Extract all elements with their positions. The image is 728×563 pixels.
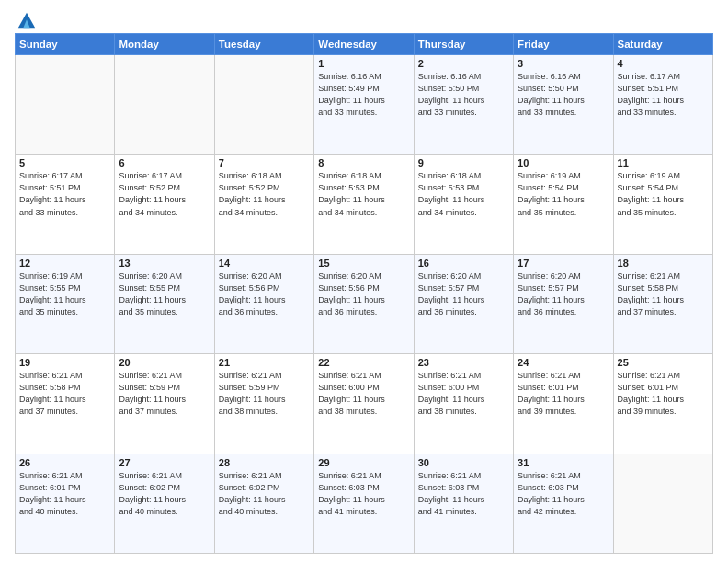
calendar-week-5: 26Sunrise: 6:21 AM Sunset: 6:01 PM Dayli… <box>16 454 713 553</box>
day-info: Sunrise: 6:21 AM Sunset: 6:01 PM Dayligh… <box>618 370 709 418</box>
day-number: 2 <box>418 58 509 69</box>
calendar-week-2: 5Sunrise: 6:17 AM Sunset: 5:51 PM Daylig… <box>16 155 713 254</box>
day-info: Sunrise: 6:18 AM Sunset: 5:53 PM Dayligh… <box>318 170 409 218</box>
calendar-cell: 3Sunrise: 6:16 AM Sunset: 5:50 PM Daylig… <box>514 55 613 155</box>
day-info: Sunrise: 6:17 AM Sunset: 5:51 PM Dayligh… <box>618 71 709 119</box>
day-info: Sunrise: 6:16 AM Sunset: 5:50 PM Dayligh… <box>418 71 509 119</box>
calendar-cell: 28Sunrise: 6:21 AM Sunset: 6:02 PM Dayli… <box>214 454 313 553</box>
calendar-table: SundayMondayTuesdayWednesdayThursdayFrid… <box>15 33 713 554</box>
calendar-header-wednesday: Wednesday <box>314 34 414 55</box>
day-number: 19 <box>19 357 110 368</box>
calendar-cell: 9Sunrise: 6:18 AM Sunset: 5:53 PM Daylig… <box>414 155 513 254</box>
calendar-cell: 26Sunrise: 6:21 AM Sunset: 6:01 PM Dayli… <box>16 454 115 553</box>
day-info: Sunrise: 6:19 AM Sunset: 5:54 PM Dayligh… <box>518 170 609 218</box>
calendar-header-row: SundayMondayTuesdayWednesdayThursdayFrid… <box>16 34 713 55</box>
day-number: 17 <box>518 258 609 269</box>
day-number: 30 <box>418 457 509 468</box>
day-number: 5 <box>19 157 110 168</box>
calendar-week-1: 1Sunrise: 6:16 AM Sunset: 5:49 PM Daylig… <box>16 55 713 155</box>
calendar-cell <box>115 55 214 155</box>
day-number: 18 <box>618 258 709 269</box>
calendar-cell: 19Sunrise: 6:21 AM Sunset: 5:58 PM Dayli… <box>16 354 115 454</box>
day-number: 27 <box>119 457 210 468</box>
header <box>15 11 713 28</box>
day-info: Sunrise: 6:21 AM Sunset: 6:02 PM Dayligh… <box>119 470 210 518</box>
calendar-cell: 24Sunrise: 6:21 AM Sunset: 6:01 PM Dayli… <box>514 354 613 454</box>
day-number: 10 <box>518 157 609 168</box>
calendar-header-thursday: Thursday <box>414 34 513 55</box>
day-info: Sunrise: 6:21 AM Sunset: 6:03 PM Dayligh… <box>418 470 509 518</box>
day-number: 12 <box>19 258 110 269</box>
calendar-cell: 29Sunrise: 6:21 AM Sunset: 6:03 PM Dayli… <box>314 454 414 553</box>
day-number: 7 <box>219 157 310 168</box>
calendar-cell <box>214 55 313 155</box>
calendar-cell: 2Sunrise: 6:16 AM Sunset: 5:50 PM Daylig… <box>414 55 513 155</box>
calendar-cell: 11Sunrise: 6:19 AM Sunset: 5:54 PM Dayli… <box>613 155 712 254</box>
day-info: Sunrise: 6:17 AM Sunset: 5:51 PM Dayligh… <box>19 170 110 218</box>
calendar-cell: 1Sunrise: 6:16 AM Sunset: 5:49 PM Daylig… <box>314 55 414 155</box>
day-info: Sunrise: 6:18 AM Sunset: 5:52 PM Dayligh… <box>219 170 310 218</box>
day-info: Sunrise: 6:21 AM Sunset: 6:02 PM Dayligh… <box>219 470 310 518</box>
calendar-cell: 14Sunrise: 6:20 AM Sunset: 5:56 PM Dayli… <box>214 254 313 353</box>
calendar-cell: 12Sunrise: 6:19 AM Sunset: 5:55 PM Dayli… <box>16 254 115 353</box>
calendar-cell: 17Sunrise: 6:20 AM Sunset: 5:57 PM Dayli… <box>514 254 613 353</box>
calendar-cell: 21Sunrise: 6:21 AM Sunset: 5:59 PM Dayli… <box>214 354 313 454</box>
day-info: Sunrise: 6:20 AM Sunset: 5:57 PM Dayligh… <box>418 270 509 318</box>
day-number: 24 <box>518 357 609 368</box>
day-number: 22 <box>318 357 409 368</box>
calendar-header-tuesday: Tuesday <box>214 34 313 55</box>
day-info: Sunrise: 6:21 AM Sunset: 6:00 PM Dayligh… <box>418 370 509 418</box>
calendar-week-3: 12Sunrise: 6:19 AM Sunset: 5:55 PM Dayli… <box>16 254 713 353</box>
calendar-cell: 8Sunrise: 6:18 AM Sunset: 5:53 PM Daylig… <box>314 155 414 254</box>
calendar-cell: 30Sunrise: 6:21 AM Sunset: 6:03 PM Dayli… <box>414 454 513 553</box>
day-info: Sunrise: 6:20 AM Sunset: 5:56 PM Dayligh… <box>318 270 409 318</box>
day-info: Sunrise: 6:21 AM Sunset: 6:01 PM Dayligh… <box>518 370 609 418</box>
day-info: Sunrise: 6:21 AM Sunset: 5:59 PM Dayligh… <box>119 370 210 418</box>
day-number: 9 <box>418 157 509 168</box>
calendar-cell: 20Sunrise: 6:21 AM Sunset: 5:59 PM Dayli… <box>115 354 214 454</box>
day-number: 21 <box>219 357 310 368</box>
day-number: 31 <box>518 457 609 468</box>
calendar-cell: 27Sunrise: 6:21 AM Sunset: 6:02 PM Dayli… <box>115 454 214 553</box>
day-info: Sunrise: 6:21 AM Sunset: 5:58 PM Dayligh… <box>19 370 110 418</box>
day-info: Sunrise: 6:21 AM Sunset: 5:58 PM Dayligh… <box>618 270 709 318</box>
calendar-cell: 23Sunrise: 6:21 AM Sunset: 6:00 PM Dayli… <box>414 354 513 454</box>
calendar-cell: 31Sunrise: 6:21 AM Sunset: 6:03 PM Dayli… <box>514 454 613 553</box>
day-info: Sunrise: 6:21 AM Sunset: 6:03 PM Dayligh… <box>518 470 609 518</box>
calendar-header-sunday: Sunday <box>16 34 115 55</box>
calendar-header-monday: Monday <box>115 34 214 55</box>
calendar-week-4: 19Sunrise: 6:21 AM Sunset: 5:58 PM Dayli… <box>16 354 713 454</box>
calendar-cell: 18Sunrise: 6:21 AM Sunset: 5:58 PM Dayli… <box>613 254 712 353</box>
day-number: 26 <box>19 457 110 468</box>
day-info: Sunrise: 6:21 AM Sunset: 6:00 PM Dayligh… <box>318 370 409 418</box>
calendar-header-friday: Friday <box>514 34 613 55</box>
calendar-cell: 13Sunrise: 6:20 AM Sunset: 5:55 PM Dayli… <box>115 254 214 353</box>
calendar-cell: 10Sunrise: 6:19 AM Sunset: 5:54 PM Dayli… <box>514 155 613 254</box>
day-info: Sunrise: 6:20 AM Sunset: 5:57 PM Dayligh… <box>518 270 609 318</box>
day-number: 15 <box>318 258 409 269</box>
day-number: 3 <box>518 58 609 69</box>
day-info: Sunrise: 6:16 AM Sunset: 5:50 PM Dayligh… <box>518 71 609 119</box>
calendar-cell: 6Sunrise: 6:17 AM Sunset: 5:52 PM Daylig… <box>115 155 214 254</box>
calendar-cell: 16Sunrise: 6:20 AM Sunset: 5:57 PM Dayli… <box>414 254 513 353</box>
day-number: 13 <box>119 258 210 269</box>
day-info: Sunrise: 6:19 AM Sunset: 5:54 PM Dayligh… <box>618 170 709 218</box>
calendar-cell: 25Sunrise: 6:21 AM Sunset: 6:01 PM Dayli… <box>613 354 712 454</box>
logo-icon <box>17 11 37 31</box>
day-number: 20 <box>119 357 210 368</box>
day-number: 25 <box>618 357 709 368</box>
day-number: 11 <box>618 157 709 168</box>
day-info: Sunrise: 6:17 AM Sunset: 5:52 PM Dayligh… <box>119 170 210 218</box>
page: SundayMondayTuesdayWednesdayThursdayFrid… <box>0 0 728 563</box>
day-number: 8 <box>318 157 409 168</box>
calendar-header-saturday: Saturday <box>613 34 712 55</box>
day-number: 23 <box>418 357 509 368</box>
day-info: Sunrise: 6:20 AM Sunset: 5:55 PM Dayligh… <box>119 270 210 318</box>
day-info: Sunrise: 6:18 AM Sunset: 5:53 PM Dayligh… <box>418 170 509 218</box>
day-number: 28 <box>219 457 310 468</box>
day-info: Sunrise: 6:16 AM Sunset: 5:49 PM Dayligh… <box>318 71 409 119</box>
day-number: 16 <box>418 258 509 269</box>
day-info: Sunrise: 6:20 AM Sunset: 5:56 PM Dayligh… <box>219 270 310 318</box>
calendar-cell: 15Sunrise: 6:20 AM Sunset: 5:56 PM Dayli… <box>314 254 414 353</box>
day-info: Sunrise: 6:21 AM Sunset: 6:01 PM Dayligh… <box>19 470 110 518</box>
